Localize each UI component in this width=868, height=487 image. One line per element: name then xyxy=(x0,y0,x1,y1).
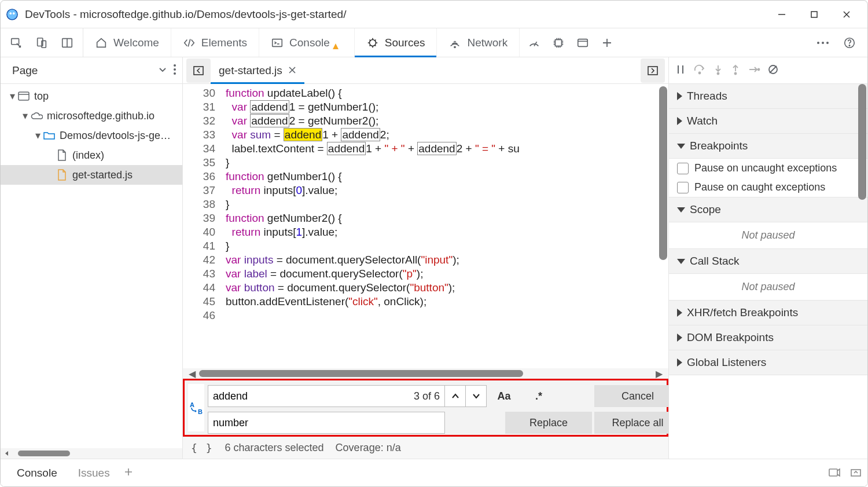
svg-point-26 xyxy=(174,64,176,67)
pause-uncaught-checkbox[interactable]: Pause on uncaught exceptions xyxy=(669,159,867,178)
callstack-not-paused: Not paused xyxy=(669,274,867,301)
tree-item-folder[interactable]: ▾ Demos/devtools-js-ge… xyxy=(1,126,182,145)
regex-toggle[interactable]: .* xyxy=(521,385,556,407)
drawer-add-tab-icon[interactable] xyxy=(124,467,133,479)
navigator-tab-page[interactable]: Page xyxy=(6,61,43,80)
step-out-icon[interactable] xyxy=(730,64,741,78)
svg-rect-34 xyxy=(648,67,657,75)
svg-rect-29 xyxy=(19,92,29,100)
scroll-right-icon[interactable]: ▶ xyxy=(656,368,663,379)
pause-caught-checkbox[interactable]: Pause on caught exceptions xyxy=(669,178,867,197)
devtools-app-icon xyxy=(5,8,19,21)
tree-label: top xyxy=(34,90,49,102)
navigator-h-scrollbar[interactable] xyxy=(1,448,182,459)
step-into-icon[interactable] xyxy=(713,64,723,78)
toggle-replace-mode-icon[interactable]: AB xyxy=(188,384,204,431)
file-tab-getstartedjs[interactable]: get-started.js xyxy=(211,57,304,83)
svg-text:B: B xyxy=(198,408,203,415)
tree-item-index[interactable]: (index) xyxy=(1,145,182,165)
window-title: DevTools - microsoftedge.github.io/Demos… xyxy=(25,8,766,21)
drawer-tab-console[interactable]: Console xyxy=(6,463,68,483)
show-debugger-icon[interactable] xyxy=(641,58,665,83)
cancel-button[interactable]: Cancel xyxy=(594,385,681,407)
inspect-element-icon[interactable] xyxy=(4,31,28,55)
checkbox-icon xyxy=(677,182,689,193)
svg-rect-12 xyxy=(273,39,282,46)
svg-point-39 xyxy=(699,72,701,74)
svg-rect-50 xyxy=(829,469,837,476)
drawer-settings-icon[interactable] xyxy=(828,467,841,479)
maximize-button[interactable] xyxy=(798,3,830,26)
settings-more-icon[interactable] xyxy=(811,31,835,55)
tree-item-getstartedjs[interactable]: get-started.js xyxy=(1,165,182,185)
minimize-button[interactable] xyxy=(766,3,798,26)
tree-item-top[interactable]: ▾ top xyxy=(1,86,182,106)
more-tabs-button[interactable] xyxy=(595,31,619,55)
watch-section[interactable]: Watch xyxy=(669,109,867,134)
replace-all-button[interactable]: Replace all xyxy=(594,412,681,434)
svg-point-21 xyxy=(817,42,819,44)
tree-label: microsoftedge.github.io xyxy=(47,110,155,122)
close-button[interactable] xyxy=(830,3,863,26)
callstack-section[interactable]: Call Stack xyxy=(669,249,867,274)
drawer-tab-issues[interactable]: Issues xyxy=(68,463,120,483)
tab-sources[interactable]: Sources xyxy=(355,28,437,57)
dom-bp-section[interactable]: DOM Breakpoints xyxy=(669,325,867,350)
chevron-down-icon[interactable] xyxy=(158,65,167,76)
step-over-icon[interactable] xyxy=(693,64,706,78)
tab-label: Sources xyxy=(385,36,425,49)
pretty-print-icon[interactable]: { } xyxy=(191,442,214,454)
dock-side-icon[interactable] xyxy=(55,31,79,55)
step-icon[interactable] xyxy=(748,64,760,78)
code-content[interactable]: function updateLabel() { var addend1 = g… xyxy=(223,84,668,368)
main-toolbar: Welcome Elements Console Sources Network xyxy=(1,28,867,57)
editor-panel: get-started.js 3031323334353637383940414… xyxy=(183,57,669,459)
drawer-expand-icon[interactable] xyxy=(850,467,862,479)
navigator-panel: Page ▾ top ▾ microsoftedge.github.io ▾ xyxy=(1,57,183,459)
tab-welcome[interactable]: Welcome xyxy=(83,28,171,57)
more-vertical-icon[interactable] xyxy=(173,64,176,78)
tab-performance[interactable] xyxy=(522,31,546,55)
match-case-toggle[interactable]: Aa xyxy=(487,385,521,407)
tree-item-domain[interactable]: ▾ microsoftedge.github.io xyxy=(1,106,182,126)
show-navigator-icon[interactable] xyxy=(186,58,211,83)
tree-label: (index) xyxy=(72,149,104,162)
svg-point-14 xyxy=(454,46,455,47)
file-tree: ▾ top ▾ microsoftedge.github.io ▾ Demos/… xyxy=(1,84,182,448)
replace-input[interactable] xyxy=(208,417,444,429)
scope-not-paused: Not paused xyxy=(669,222,867,249)
editor-status-bar: { } 6 characters selected Coverage: n/a xyxy=(183,437,668,459)
scroll-left-icon[interactable]: ◀ xyxy=(189,368,196,379)
replace-button[interactable]: Replace xyxy=(505,412,592,434)
code-editor[interactable]: 3031323334353637383940414243444546 funct… xyxy=(183,84,668,368)
js-file-icon xyxy=(55,169,69,181)
global-listeners-section[interactable]: Global Listeners xyxy=(669,350,867,375)
svg-point-27 xyxy=(174,68,176,71)
xhr-bp-section[interactable]: XHR/fetch Breakpoints xyxy=(669,301,867,325)
svg-rect-17 xyxy=(578,39,588,46)
debugger-v-scrollbar[interactable] xyxy=(858,84,866,459)
previous-match-button[interactable] xyxy=(445,385,466,407)
deactivate-breakpoints-icon[interactable] xyxy=(767,64,779,78)
help-icon[interactable] xyxy=(837,31,862,55)
pause-icon[interactable] xyxy=(675,64,686,78)
svg-point-43 xyxy=(735,72,737,74)
tab-console[interactable]: Console xyxy=(259,28,355,57)
window-icon xyxy=(17,91,31,101)
breakpoints-section[interactable]: Breakpoints xyxy=(669,134,867,159)
tab-network[interactable]: Network xyxy=(437,28,520,57)
tab-elements[interactable]: Elements xyxy=(171,28,259,57)
selection-status: 6 characters selected xyxy=(225,442,324,454)
threads-section[interactable]: Threads xyxy=(669,84,867,109)
find-input[interactable] xyxy=(208,390,414,402)
next-match-button[interactable] xyxy=(466,385,487,407)
editor-h-scrollbar[interactable]: ◀ ▶ xyxy=(183,368,668,379)
tab-label: Network xyxy=(467,36,507,49)
scope-section[interactable]: Scope xyxy=(669,197,867,222)
close-tab-icon[interactable] xyxy=(288,64,296,77)
tab-memory[interactable] xyxy=(546,31,571,55)
tab-application[interactable] xyxy=(571,31,595,55)
device-emulation-icon[interactable] xyxy=(30,31,54,55)
svg-rect-16 xyxy=(556,39,562,46)
editor-v-scrollbar[interactable] xyxy=(659,86,667,354)
